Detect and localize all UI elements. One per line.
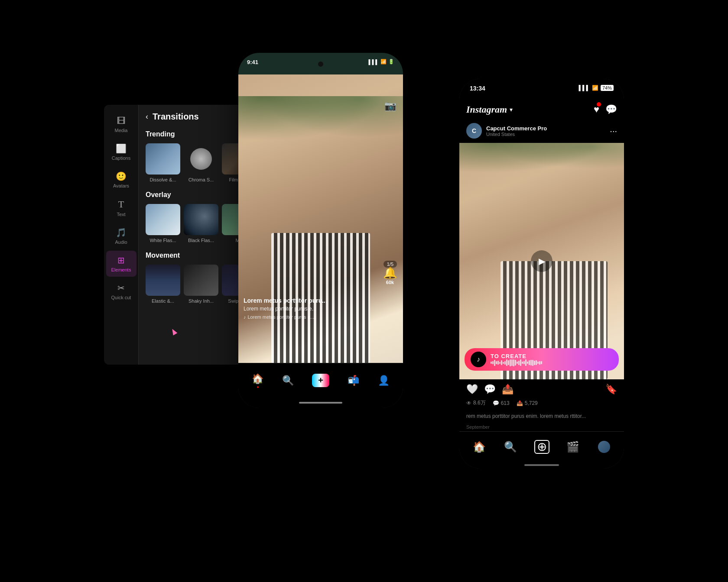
ig-post-info: Capcut Commerce Pro United States [486, 125, 605, 137]
sidebar-item-elements[interactable]: ⊞ Elements [106, 251, 136, 277]
tiktok-nav-home[interactable]: 🏠 [252, 373, 263, 388]
ig-shares-stat: 📤 5,729 [517, 399, 538, 407]
profile-icon: 👤 [378, 375, 390, 386]
ig-logo: Instagram [466, 104, 507, 115]
shaky-thumb [184, 265, 218, 296]
sidebar-item-audio[interactable]: 🎵 Audio [106, 223, 136, 249]
views-icon: 👁 [466, 400, 471, 406]
tiktok-nav-add[interactable]: + [312, 374, 329, 387]
tiktok-sound: ♪ Lorem metus porttitor purus e... [244, 314, 381, 320]
ig-comment-button[interactable]: 💬 [484, 384, 496, 395]
sidebar-elements-label: Elements [111, 267, 131, 272]
ig-wifi-icon: 📶 [592, 85, 598, 91]
ig-share-button[interactable]: 📤 [502, 384, 514, 395]
tiktok-nav-inbox[interactable]: 📬 [348, 375, 359, 386]
tiktok-camera-icon[interactable]: 📷 [384, 100, 396, 112]
tiktok-phone: 9:41 ▌▌▌ 📶 🔋 📷 1/5 🔔 60k [238, 53, 403, 408]
sidebar-item-quickcut[interactable]: ✂ Quick cut [106, 278, 136, 304]
white-flash-label: White Flas... [150, 238, 176, 243]
ig-search-icon: 🔍 [504, 441, 517, 453]
black-flash-thumb [184, 204, 218, 235]
ig-nav-home[interactable]: 🏠 [470, 437, 489, 456]
ig-tiktok-create-label: TO CREATE [491, 353, 613, 359]
tiktok-video-info: Lorem metus porttitor puru... Lorem metu… [244, 297, 381, 320]
sidebar-item-text[interactable]: T Text [106, 194, 136, 221]
sidebar-item-avatars[interactable]: 🙂 Avatars [106, 167, 136, 193]
tiktok-logo-icon: ♪ [477, 356, 480, 363]
phone-camera [318, 61, 323, 67]
wifi-icon: 📶 [380, 59, 387, 65]
phone-notch [295, 58, 347, 73]
ig-nav-profile[interactable] [595, 437, 614, 456]
ig-heart-button[interactable]: ♥ [594, 104, 599, 115]
overlay-title: Overlay [146, 191, 171, 199]
ig-play-button[interactable]: ▶ [531, 250, 552, 272]
shares-count: 5,729 [525, 400, 538, 406]
ig-nav-search[interactable]: 🔍 [501, 437, 520, 456]
ig-post-username: Capcut Commerce Pro [486, 125, 605, 132]
scene: 🎞 Media ⬜ Captions 🙂 Avatars T Text 🎵 Au… [104, 53, 624, 529]
tiktok-status-icons: ▌▌▌ 📶 🔋 [369, 59, 394, 65]
ig-notification-badge [597, 102, 601, 107]
search-icon: 🔍 [282, 375, 294, 386]
transition-chroma[interactable]: Chroma S... [184, 143, 218, 182]
movement-title: Movement [146, 252, 180, 259]
ig-post-location: United States [486, 132, 605, 137]
ig-nav-add[interactable]: ⊕ [532, 437, 551, 456]
tiktok-nav-profile[interactable]: 👤 [378, 375, 390, 386]
ig-home-indicator [459, 462, 624, 469]
ig-battery-icon: 74% [601, 85, 614, 91]
white-flash-thumb [146, 204, 180, 235]
transition-elastic[interactable]: Elastic &... [146, 265, 180, 304]
ig-dropdown-icon[interactable]: ▾ [510, 106, 513, 113]
instagram-phone: 13:34 ▌▌▌ 📶 74% Instagram ▾ ♥ 💬 [459, 79, 624, 469]
tiktok-navigation: 🏠 🔍 + 📬 👤 [238, 363, 403, 398]
ig-video-area: ▶ ♪ TO CREATE [459, 143, 624, 379]
elements-icon: ⊞ [117, 255, 125, 265]
sidebar-item-captions[interactable]: ⬜ Captions [106, 139, 136, 165]
transition-black-flash[interactable]: Black Flas... [184, 204, 218, 243]
transition-dissolve[interactable]: Dissolve &... [146, 143, 180, 182]
ig-tiktok-waveform [491, 359, 613, 366]
media-icon: 🎞 [117, 116, 126, 126]
music-note-icon: ♪ [244, 314, 246, 320]
shaky-label: Shaky Inh... [188, 298, 214, 304]
ig-views-stat: 👁 8.6万 [466, 399, 486, 407]
ig-more-button[interactable]: ··· [610, 126, 617, 136]
ig-header: Instagram ▾ ♥ 💬 [459, 100, 624, 119]
tiktok-nav-search[interactable]: 🔍 [282, 375, 294, 386]
ig-like-button[interactable]: 🤍 [466, 384, 478, 395]
notification-bell[interactable]: 🔔 60k [383, 266, 397, 285]
ig-post-header: C Capcut Commerce Pro United States ··· [459, 119, 624, 143]
home-icon: 🏠 [252, 373, 263, 385]
dissolve-thumb [146, 143, 180, 175]
sidebar-quickcut-label: Quick cut [111, 295, 131, 300]
transition-shaky[interactable]: Shaky Inh... [184, 265, 218, 304]
comments-count: 613 [501, 400, 510, 406]
sidebar-captions-label: Captions [112, 155, 130, 161]
capcut-sidebar: 🎞 Media ⬜ Captions 🙂 Avatars T Text 🎵 Au… [104, 105, 139, 365]
bell-icon: 🔔 [383, 266, 397, 280]
avatars-icon: 🙂 [116, 171, 127, 181]
dissolve-label: Dissolve &... [150, 177, 176, 182]
share-icon: 📤 [517, 400, 523, 406]
transition-white-flash[interactable]: White Flas... [146, 204, 180, 243]
black-flash-label: Black Flas... [188, 238, 214, 243]
ig-home-bar [524, 464, 559, 466]
ig-avatar: C [466, 123, 482, 139]
ig-tiktok-badge[interactable]: ♪ TO CREATE [465, 348, 619, 371]
elastic-thumb [146, 265, 180, 296]
ig-messenger-button[interactable]: 💬 [605, 104, 617, 115]
ig-nav-reels[interactable]: 🎬 [563, 437, 582, 456]
add-button[interactable]: + [312, 374, 329, 387]
sidebar-item-media[interactable]: 🎞 Media [106, 112, 136, 137]
home-indicator [238, 398, 403, 408]
ig-save-button[interactable]: 🔖 [605, 384, 617, 395]
trending-title: Trending [146, 130, 175, 138]
ig-comments-stat: 💬 613 [493, 399, 510, 407]
ig-plants [459, 143, 624, 178]
ig-tiktok-text: TO CREATE [491, 353, 613, 366]
sidebar-avatars-label: Avatars [113, 183, 129, 188]
tiktok-sound-text: Lorem metus porttitor purus e... [248, 314, 314, 320]
back-button[interactable]: ‹ [146, 112, 148, 121]
